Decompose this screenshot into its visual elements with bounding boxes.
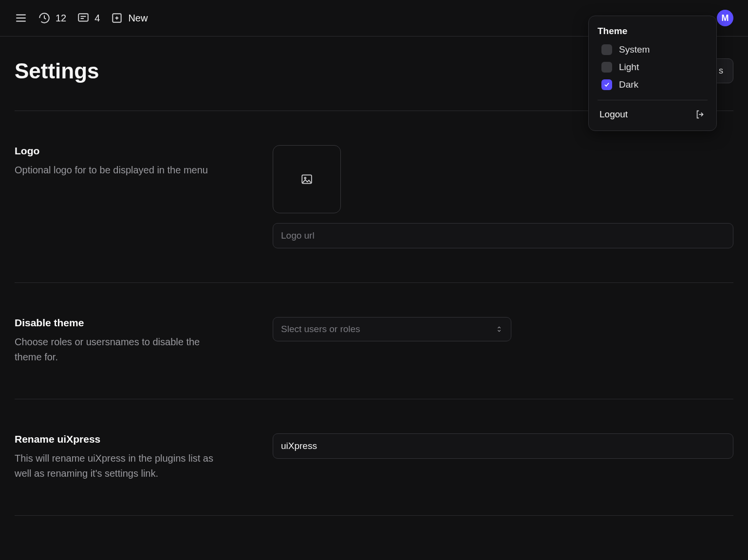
chat-icon [77,12,90,24]
setting-title: Disable theme [15,317,243,329]
theme-label: Dark [619,79,638,90]
check-icon [603,81,610,88]
updates-button[interactable]: 12 [38,12,66,24]
topbar-left: 12 4 New [15,12,148,24]
comments-button[interactable]: 4 [77,12,100,24]
logout-icon [695,109,706,120]
setting-description: Choose roles or usersnames to disable th… [15,335,224,365]
user-popover: Theme System Light Dark Logout [588,16,717,131]
svg-point-3 [304,177,306,179]
hamburger-icon [15,12,27,24]
add-page-icon [111,12,123,24]
divider [15,515,733,516]
chevron-up-down-icon [495,325,503,333]
theme-option-light[interactable]: Light [601,62,708,73]
setting-disable-theme: Disable theme Choose roles or usersnames… [15,283,733,399]
logo-url-input[interactable] [273,223,733,248]
svg-rect-0 [79,14,89,21]
checkbox-checked [601,79,612,90]
comments-count: 4 [94,13,100,24]
theme-option-system[interactable]: System [601,44,708,55]
theme-label: Light [619,62,639,73]
select-placeholder: Slect users or roles [281,324,360,335]
logout-label: Logout [599,109,628,120]
setting-rename: Rename uiXpress This will rename uiXpres… [15,399,733,515]
refresh-icon [38,12,51,24]
new-button[interactable]: New [111,12,148,24]
new-label: New [128,13,148,24]
logo-upload-box[interactable] [273,145,341,213]
setting-description: This will rename uiXpress in the plugins… [15,451,224,481]
theme-label: System [619,44,650,55]
popover-title: Theme [598,26,708,37]
disable-theme-select[interactable]: Slect users or roles [273,317,511,341]
avatar[interactable]: M [717,10,733,26]
setting-title: Rename uiXpress [15,433,243,445]
setting-title: Logo [15,145,243,157]
topbar-right: M [717,10,733,26]
checkbox-unchecked [601,44,612,55]
image-icon [300,173,313,186]
logout-button[interactable]: Logout [598,108,708,121]
rename-input[interactable] [273,433,733,459]
updates-count: 12 [56,13,66,24]
popover-divider [598,100,708,100]
menu-button[interactable] [15,12,27,24]
setting-description: Optional logo for to be displayed in the… [15,163,224,178]
checkbox-unchecked [601,62,612,73]
setting-logo: Logo Optional logo for to be displayed i… [15,111,733,282]
theme-list: System Light Dark [598,44,708,90]
theme-option-dark[interactable]: Dark [601,79,708,90]
